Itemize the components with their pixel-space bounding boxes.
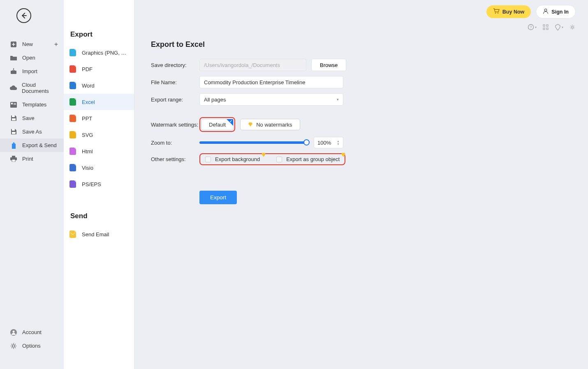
export-option-visio[interactable]: Visio (64, 159, 134, 176)
sidebar-item-label: Import (22, 68, 37, 74)
user-icon (543, 8, 549, 15)
file-excel-icon (69, 98, 76, 106)
save-dir-input[interactable] (199, 59, 306, 71)
export-group-checkbox[interactable]: Export as group object (276, 156, 340, 162)
sidebar-item-new[interactable]: New + (0, 37, 64, 51)
cloud-icon (10, 85, 17, 91)
export-background-checkbox[interactable]: Export background (205, 156, 260, 162)
checkbox-icon (276, 157, 282, 162)
export-option-svg[interactable]: SVG (64, 127, 134, 143)
svg-rect-8 (12, 129, 15, 131)
file-visio-icon (69, 164, 76, 171)
export-icon (10, 142, 17, 148)
add-icon[interactable]: + (54, 41, 58, 48)
watermark-none-button[interactable]: No watermarks (240, 119, 300, 130)
file-html-icon (69, 148, 76, 155)
export-button[interactable]: Export (199, 191, 237, 204)
sign-in-label: Sign In (551, 9, 569, 15)
stepper-down-icon[interactable]: ▼ (337, 143, 340, 145)
theme-button[interactable]: ▾ (555, 24, 563, 30)
checkmark-icon (227, 119, 233, 126)
export-group-label: Export as group object (286, 156, 340, 162)
templates-icon (10, 101, 17, 108)
user-icon (10, 329, 17, 335)
svg-rect-24 (543, 28, 545, 30)
buy-now-button[interactable]: Buy Now (486, 5, 531, 18)
export-option-label: PS/EPS (82, 181, 101, 187)
watermark-default-button[interactable]: Default (201, 119, 234, 130)
file-ps-icon (69, 180, 76, 188)
svg-rect-25 (546, 28, 548, 30)
svg-rect-4 (14, 103, 16, 104)
export-header: Export (64, 25, 134, 44)
sidebar-item-export-send[interactable]: Export & Send (0, 138, 64, 152)
premium-icon (248, 122, 253, 127)
sidebar-item-label: Save As (22, 129, 42, 135)
svg-point-14 (13, 330, 15, 332)
sidebar-item-templates[interactable]: Templates (0, 98, 64, 111)
export-option-ppt[interactable]: PPT (64, 110, 134, 127)
export-option-label: PPT (82, 115, 92, 122)
export-option-pdf[interactable]: PDF (64, 61, 134, 77)
sign-in-button[interactable]: Sign In (536, 5, 576, 18)
sidebar-item-open[interactable]: Open (0, 51, 64, 65)
file-name-input[interactable] (199, 76, 343, 88)
svg-point-17 (495, 13, 496, 14)
zoom-value-stepper[interactable]: 100% ▲▼ (314, 137, 343, 148)
zoom-slider[interactable] (199, 141, 306, 144)
sidebar-item-saveas[interactable]: Save As (0, 125, 64, 138)
help-button[interactable]: ?▾ (528, 24, 537, 30)
slider-thumb[interactable] (303, 139, 310, 145)
svg-rect-9 (12, 132, 16, 134)
svg-rect-22 (543, 25, 545, 26)
sidebar-item-account[interactable]: Account (0, 325, 64, 339)
svg-text:?: ? (530, 25, 532, 29)
back-button[interactable] (16, 8, 31, 23)
sidebar-item-label: Print (22, 156, 33, 162)
save-dir-label: Save directory: (151, 62, 199, 68)
plus-square-icon (10, 41, 17, 47)
shortcuts-button[interactable] (542, 24, 549, 30)
sidebar-item-import[interactable]: Import (0, 65, 64, 78)
sidebar-item-cloud[interactable]: Cloud Documents (0, 78, 64, 98)
buy-now-label: Buy Now (502, 9, 524, 15)
export-option-graphics[interactable]: Graphics (PNG, JP… (64, 44, 134, 61)
file-svg-icon (69, 131, 76, 138)
sidebar-item-label: Templates (22, 101, 46, 108)
sidebar-item-options[interactable]: Options (0, 339, 64, 353)
svg-point-26 (572, 26, 574, 28)
save-icon (10, 115, 17, 121)
send-option-email[interactable]: Send Email (64, 226, 134, 242)
svg-rect-23 (546, 25, 548, 26)
settings-button[interactable] (569, 24, 576, 30)
watermark-label: Watermark settings: (151, 122, 199, 128)
premium-icon (341, 152, 346, 157)
export-format-panel: Export Graphics (PNG, JP… PDF Word Excel… (64, 0, 134, 369)
browse-button[interactable]: Browse (311, 59, 346, 71)
sidebar-item-label: Cloud Documents (22, 82, 58, 94)
sidebar-item-save[interactable]: Save (0, 111, 64, 125)
sidebar-item-print[interactable]: Print (0, 152, 64, 166)
arrow-left-icon (20, 12, 28, 19)
chevron-down-icon: ▾ (337, 97, 339, 101)
export-option-word[interactable]: Word (64, 77, 134, 94)
watermark-default-label: Default (209, 122, 226, 128)
folder-icon (10, 55, 17, 61)
secondary-toolbar: ?▾ ▾ (528, 24, 576, 30)
export-option-html[interactable]: Html (64, 143, 134, 159)
export-option-excel[interactable]: Excel (64, 94, 134, 110)
print-icon (10, 156, 17, 162)
file-pdf-icon (69, 65, 76, 73)
highlight-other-settings: Export background Export as group object (199, 153, 345, 165)
file-graphics-icon (69, 49, 76, 56)
zoom-value: 100% (317, 140, 331, 146)
sidebar-item-label: Account (22, 329, 42, 335)
export-range-select[interactable]: All pages ▾ (199, 93, 343, 106)
checkbox-icon (205, 157, 211, 162)
svg-point-19 (545, 9, 547, 12)
stepper-up-icon[interactable]: ▲ (337, 140, 340, 143)
export-range-value: All pages (204, 97, 226, 103)
top-bar: Buy Now Sign In (486, 5, 576, 18)
export-option-pseps[interactable]: PS/EPS (64, 176, 134, 192)
export-option-label: Word (82, 83, 95, 89)
